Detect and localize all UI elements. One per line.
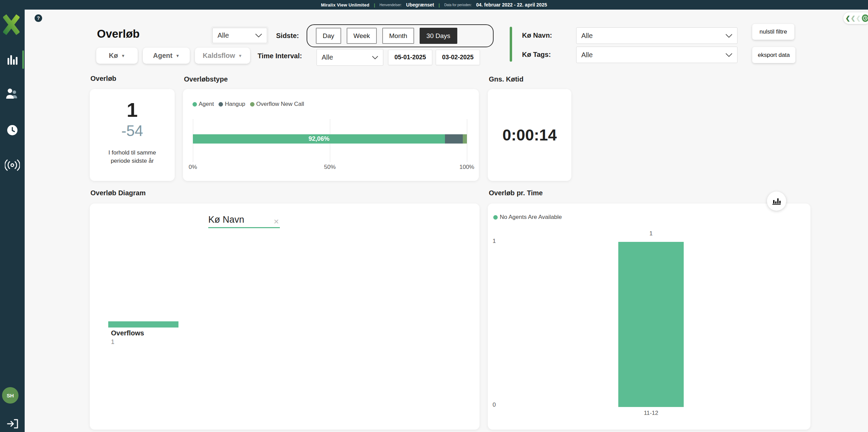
legend-item-hangup[interactable]: Hangup [219, 101, 245, 108]
sidebar-item-agents[interactable] [0, 84, 25, 103]
chevron-down-icon [255, 34, 262, 37]
ko-navn-axis-selector[interactable]: Kø Navn ✕ [208, 214, 280, 228]
gns-kotid-card: 0:00:14 [488, 89, 571, 181]
period-button-day[interactable]: Day [316, 28, 341, 44]
period-value: 04. februar 2022 - 22. april 2025 [476, 2, 547, 8]
ko-filter-button[interactable]: Kø ▼ [96, 48, 138, 64]
overlob-pr-time-section-title: Overløb pr. Time [489, 189, 543, 197]
people-icon [5, 88, 19, 100]
ko-filter-label: Kø [109, 52, 118, 60]
axis-tick: 100% [459, 164, 474, 171]
overflows-bar[interactable] [108, 321, 178, 328]
miralix-x-logo [3, 14, 20, 36]
time-interval-select[interactable]: Alle [317, 49, 383, 66]
axis-tick: 50% [324, 164, 336, 171]
period-button-week[interactable]: Week [347, 28, 377, 44]
ko-navn-select-value: Alle [581, 32, 593, 40]
overlobstype-plot: 92,06% [193, 119, 467, 162]
ko-navn-select[interactable]: Alle [576, 27, 737, 44]
period-button-30days[interactable]: 30 Days [420, 28, 457, 44]
kaldsflow-filter-button[interactable]: Kaldsflow ▼ [195, 48, 250, 64]
ko-navn-label: Kø Navn: [522, 32, 552, 39]
overlobstype-card: Agent Hangup Overflow New Call 92,06% [183, 89, 479, 181]
sidste-label: Sidste: [276, 32, 299, 40]
legend-dot [493, 215, 498, 220]
chart-type-button[interactable] [767, 192, 786, 211]
top-bar: Miralix View Unlimited | Henvendelser: U… [0, 0, 868, 10]
active-nav-indicator [22, 50, 24, 69]
brand-title: Miralix View Unlimited [321, 2, 369, 8]
chevron-down-icon [726, 53, 732, 57]
collapse-chevron-icon: ❮ [845, 15, 850, 21]
requests-label: Henvendelser: [380, 3, 401, 7]
ko-tags-select-value: Alle [581, 51, 593, 59]
overlob-caption: I forhold til samme periode sidste år [109, 149, 156, 165]
legend-item-agent[interactable]: Agent [193, 101, 214, 108]
logout-icon [7, 419, 18, 429]
clock-icon [7, 124, 18, 136]
period-button-month[interactable]: Month [382, 28, 414, 44]
bar-segment-overflow-new-call[interactable] [463, 134, 467, 144]
bar-segment-hangup[interactable] [445, 134, 462, 144]
overlob-diagram-section-title: Overløb Diagram [90, 189, 146, 197]
legend-item-overflow-new-call[interactable]: Overflow New Call [250, 101, 304, 108]
ko-tags-select[interactable]: Alle [576, 47, 737, 63]
dropdown-arrow-icon: ▼ [238, 53, 242, 58]
scope-select[interactable]: Alle [212, 28, 267, 43]
legend-dot [250, 102, 255, 107]
reset-filters-button[interactable]: nulstil filtre [752, 24, 794, 40]
sidebar-item-statistics[interactable] [0, 50, 25, 69]
scope-select-value: Alle [218, 32, 229, 39]
pr-time-bar[interactable] [618, 242, 684, 407]
x-axis-label: 11-12 [618, 410, 684, 417]
dropdown-arrow-icon: ▼ [175, 53, 179, 58]
overlobstype-section-title: Overløbstype [184, 75, 228, 83]
agent-filter-button[interactable]: Agent ▼ [143, 48, 190, 64]
avatar[interactable]: SH [2, 387, 18, 404]
date-to-input[interactable]: 03-02-2025 [436, 50, 480, 65]
help-button[interactable]: ? [35, 14, 42, 22]
overlobstype-axis: 0% 50% 100% [193, 164, 467, 171]
chevron-down-icon [372, 56, 378, 59]
pr-time-legend-label: No Agents Are Available [500, 214, 562, 221]
export-data-button[interactable]: eksport data [752, 47, 795, 63]
overlob-section-title: Overløb [90, 75, 116, 83]
close-icon[interactable]: ✕ [273, 218, 279, 226]
bar-chart-icon [7, 54, 18, 65]
overlob-diagram-card: Kø Navn ✕ Overflows 1 [90, 203, 480, 430]
gns-kotid-section-title: Gns. Køtid [489, 75, 523, 83]
date-from-input[interactable]: 05-01-2025 [388, 50, 432, 65]
pr-time-bar-value: 1 [618, 230, 684, 237]
logout-button[interactable] [7, 419, 18, 429]
collapse-panel-control[interactable]: ❮ ❮ ❮ [843, 12, 868, 24]
legend-dot [219, 102, 223, 107]
history-clock-icon [862, 14, 868, 22]
overlob-delta: -54 [121, 122, 143, 140]
ko-tags-label: Kø Tags: [522, 51, 551, 59]
requests-value: Ubegrænset [406, 2, 434, 8]
column-chart-icon [772, 197, 781, 205]
overlobstype-stacked-bar[interactable]: 92,06% [193, 134, 467, 144]
kaldsflow-filter-label: Kaldsflow [203, 52, 235, 60]
overlob-value: 1 [127, 99, 138, 121]
miralix-dashboard: Miralix View Unlimited | Henvendelser: U… [0, 0, 868, 432]
dropdown-arrow-icon: ▼ [121, 53, 125, 58]
overlobstype-legend: Agent Hangup Overflow New Call [193, 101, 304, 108]
period-button-group: Day Week Month 30 Days [307, 24, 494, 47]
pr-time-legend-item[interactable]: No Agents Are Available [493, 214, 562, 221]
chevron-down-icon [726, 34, 732, 38]
bar-segment-agent[interactable]: 92,06% [193, 134, 445, 144]
overlob-pr-time-card: No Agents Are Available 1 0 1 11-12 [488, 203, 810, 430]
period-label: Data for perioden: [444, 3, 472, 7]
y-axis-min-label: 0 [493, 402, 496, 408]
legend-dot [193, 102, 197, 107]
topbar-separator: | [374, 2, 375, 8]
time-interval-label: Time Interval: [258, 52, 302, 60]
sidebar-item-live[interactable] [0, 156, 25, 175]
header-divider [510, 27, 512, 62]
collapse-chevron-icon: ❮ [856, 15, 861, 21]
axis-tick: 0% [189, 164, 197, 171]
broadcast-icon [5, 159, 20, 171]
y-axis-max-label: 1 [493, 238, 496, 245]
sidebar-item-history[interactable] [0, 121, 25, 140]
